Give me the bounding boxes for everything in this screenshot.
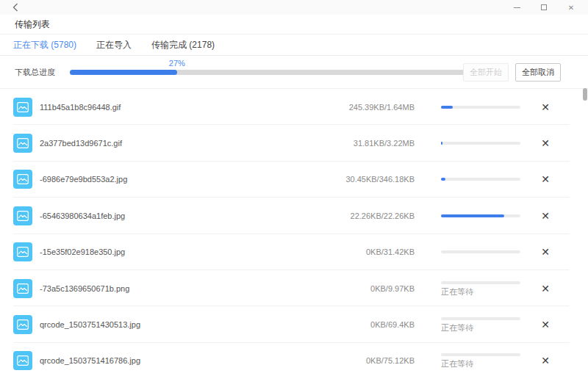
file-row: 111b45a1b8c96448.gif 245.39KB/1.64MB ✕ [0,89,588,125]
image-file-icon [13,351,32,370]
file-status: 正在等待 [441,360,520,368]
tab-importing[interactable]: 正在导入 [96,39,132,51]
file-progress-bar [441,106,520,109]
file-name: qrcode_1503751430513.jpg [40,320,304,329]
file-name: -65463980634a1feb.jpg [40,212,304,220]
minimize-icon[interactable] [510,1,523,13]
file-size: 0KB/75.12KB [304,356,415,365]
file-progress-fill [441,142,442,145]
cancel-download-icon[interactable]: ✕ [539,355,551,366]
file-progress-bar [441,178,520,181]
file-progress-fill [441,106,453,109]
file-name: 111b45a1b8c96448.gif [40,103,304,112]
back-icon[interactable] [10,1,21,13]
file-progress-cell [441,250,520,253]
close-icon[interactable]: ✕ [564,1,578,13]
overall-progress-label: 下载总进度 [15,67,60,78]
file-row: -73a5c1369650671b.png 0KB/9.97KB 正在等待 ✕ [0,270,588,306]
file-name: 2a377bed13d9671c.gif [40,139,304,148]
image-file-icon [13,170,32,189]
file-row: -15e35f02e918e350.jpg 0KB/31.42KB ✕ [0,234,588,270]
file-progress-cell: 正在等待 [441,281,520,296]
file-progress-bar [441,353,520,356]
window-controls: ✕ [510,1,578,13]
file-progress-cell: 正在等待 [441,353,520,368]
file-size: 31.81KB/3.22MB [304,139,415,148]
file-row: qrcode_1503751416786.jpg 0KB/75.12KB 正在等… [0,343,588,376]
page-header: 传输列表 [0,15,588,35]
file-progress-cell [441,142,520,145]
scrollbar-thumb[interactable] [583,88,587,101]
overall-progress-bar: 27% [70,70,467,75]
file-progress-bar [441,250,520,253]
cancel-download-icon[interactable]: ✕ [539,319,551,330]
cancel-download-icon[interactable]: ✕ [539,173,551,185]
image-file-icon [13,279,32,298]
file-name: -73a5c1369650671b.png [40,284,304,293]
file-size: 22.26KB/22.26KB [304,212,415,220]
file-name: -15e35f02e918e350.jpg [40,247,304,256]
page-title: 传输列表 [15,18,50,31]
file-name: qrcode_1503751416786.jpg [40,356,304,365]
tab-bar: 正在下载 (5780) 正在导入 传输完成 (2178) [0,35,588,56]
file-row: -65463980634a1feb.jpg 22.26KB/22.26KB ✕ [0,198,588,234]
overall-progress-fill [70,70,177,75]
cancel-all-button[interactable]: 全部取消 [515,63,561,82]
file-name: -6986e79e9bd553a2.jpg [40,175,304,184]
file-size: 30.45KB/346.18KB [304,175,415,184]
file-status: 正在等待 [441,288,520,296]
file-progress-cell: 正在等待 [441,317,520,332]
cancel-download-icon[interactable]: ✕ [539,101,551,113]
tab-downloading[interactable]: 正在下载 (5780) [13,39,76,51]
cancel-download-icon[interactable]: ✕ [539,137,551,149]
file-row: 2a377bed13d9671c.gif 31.81KB/3.22MB ✕ [0,125,588,161]
cancel-download-icon[interactable]: ✕ [539,283,551,294]
tab-completed[interactable]: 传输完成 (2178) [151,39,215,51]
file-size: 0KB/69.4KB [304,320,415,329]
file-progress-cell [441,178,520,181]
file-progress-bar [441,214,520,217]
overall-buttons: 全部开始 全部取消 [463,56,561,88]
image-file-icon [13,242,32,261]
image-file-icon [13,206,32,225]
file-progress-bar [441,281,520,284]
file-progress-fill [441,178,445,181]
file-progress-fill [441,214,504,217]
file-status: 正在等待 [441,324,520,332]
maximize-icon[interactable] [537,1,551,13]
overall-progress-section: 下载总进度 27% 全部开始 全部取消 [0,56,588,89]
image-file-icon [13,98,32,117]
cancel-download-icon[interactable]: ✕ [539,246,551,258]
image-file-icon [13,315,32,334]
file-size: 0KB/9.97KB [304,284,415,293]
cancel-download-icon[interactable]: ✕ [539,210,551,222]
file-size: 0KB/31.42KB [304,247,415,256]
title-bar: ✕ [0,0,588,15]
file-progress-cell [441,106,520,109]
overall-progress-percent: 27% [169,59,185,68]
file-row: qrcode_1503751430513.jpg 0KB/69.4KB 正在等待… [0,306,588,342]
image-file-icon [13,134,32,153]
file-progress-bar [441,142,520,145]
start-all-button[interactable]: 全部开始 [463,63,509,82]
file-row: -6986e79e9bd553a2.jpg 30.45KB/346.18KB ✕ [0,162,588,198]
file-progress-cell [441,214,520,217]
file-size: 245.39KB/1.64MB [304,103,415,112]
file-list: 111b45a1b8c96448.gif 245.39KB/1.64MB ✕ 2… [0,89,588,376]
file-progress-bar [441,317,520,320]
